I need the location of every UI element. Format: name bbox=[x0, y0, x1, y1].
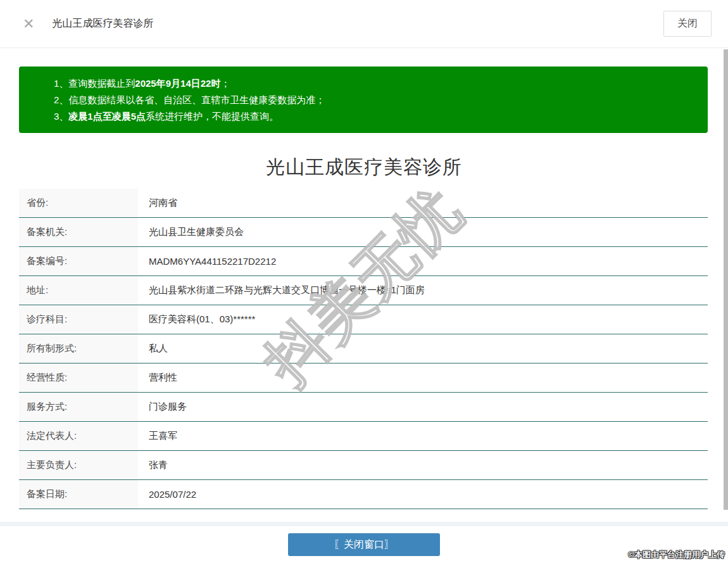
notice-text-strong: 2025年9月14日22时 bbox=[135, 78, 220, 89]
row-value: 医疗美容科(01、03)****** bbox=[138, 313, 255, 326]
row-label: 主要负责人: bbox=[19, 451, 138, 479]
notice-text: ； bbox=[220, 78, 230, 89]
table-row-legal-representative: 法定代表人: 王喜军 bbox=[19, 422, 708, 451]
table-row-business-nature: 经营性质: 营利性 bbox=[19, 364, 708, 393]
window-header: ✕ 光山王成医疗美容诊所 关闭 bbox=[0, 0, 728, 48]
notice-text: 3、 bbox=[54, 111, 68, 122]
footer: 〖关闭窗口〗 bbox=[0, 533, 728, 556]
notice-line: 1、查询数据截止到2025年9月14日22时； bbox=[54, 75, 695, 92]
row-value: 光山县紫水街道二环路与光辉大道交叉口博园一号楼一楼s1门面房 bbox=[138, 284, 425, 296]
row-label: 备案日期: bbox=[19, 480, 138, 509]
row-label: 地址: bbox=[19, 276, 138, 305]
row-label: 所有制形式: bbox=[19, 334, 138, 363]
info-table: 省份: 河南省 备案机关: 光山县卫生健康委员会 备案编号: MADM6YYA4… bbox=[19, 189, 708, 509]
row-label: 法定代表人: bbox=[19, 422, 138, 450]
row-value: 2025/07/22 bbox=[138, 489, 196, 500]
window-title: 光山王成医疗美容诊所 bbox=[52, 17, 153, 30]
notice-box: 1、查询数据截止到2025年9月14日22时； 2、信息数据结果以各省、自治区、… bbox=[19, 66, 708, 133]
row-label: 备案编号: bbox=[19, 247, 138, 275]
table-row-authority: 备案机关: 光山县卫生健康委员会 bbox=[19, 218, 708, 247]
row-value: 光山县卫生健康委员会 bbox=[138, 226, 244, 238]
notice-text-strong: 凌晨1点至凌晨5点 bbox=[68, 111, 146, 122]
row-label: 省份: bbox=[19, 189, 138, 217]
notice-line: 3、凌晨1点至凌晨5点系统进行维护，不能提供查询。 bbox=[54, 108, 695, 125]
table-row-ownership: 所有制形式: 私人 bbox=[19, 334, 708, 364]
notice-text: 1、查询数据截止到 bbox=[54, 78, 135, 89]
row-label: 服务方式: bbox=[19, 393, 138, 421]
notice-text: 系统进行维护，不能提供查询。 bbox=[146, 111, 279, 122]
table-row-province: 省份: 河南省 bbox=[19, 189, 708, 218]
table-row-address: 地址: 光山县紫水街道二环路与光辉大道交叉口博园一号楼一楼s1门面房 bbox=[19, 276, 708, 305]
table-row-person-in-charge: 主要负责人: 张青 bbox=[19, 451, 708, 480]
row-value: MADM6YYA441152217D2212 bbox=[138, 256, 276, 267]
notice-text: 2、信息数据结果以各省、自治区、直辖市卫生健康委数据为准； bbox=[54, 94, 325, 105]
row-value: 私人 bbox=[138, 343, 168, 355]
row-label: 诊疗科目: bbox=[19, 305, 138, 334]
upload-credit-watermark: ©本图由平台注册用户上传 bbox=[628, 549, 725, 560]
scrollbar-thumb[interactable] bbox=[724, 49, 728, 510]
row-label: 经营性质: bbox=[19, 364, 138, 392]
row-value: 王喜军 bbox=[138, 430, 177, 442]
row-value: 河南省 bbox=[138, 197, 177, 209]
table-row-record-number: 备案编号: MADM6YYA441152217D2212 bbox=[19, 247, 708, 276]
table-row-service-mode: 服务方式: 门诊服务 bbox=[19, 393, 708, 422]
row-value: 门诊服务 bbox=[138, 401, 187, 413]
close-icon[interactable]: ✕ bbox=[23, 17, 34, 31]
notice-line: 2、信息数据结果以各省、自治区、直辖市卫生健康委数据为准； bbox=[54, 92, 695, 108]
close-window-button[interactable]: 〖关闭窗口〗 bbox=[288, 533, 440, 556]
close-button[interactable]: 关闭 bbox=[663, 11, 712, 37]
footer-divider bbox=[0, 522, 728, 526]
row-value: 张青 bbox=[138, 459, 168, 471]
table-row-record-date: 备案日期: 2025/07/22 bbox=[19, 480, 708, 509]
row-label: 备案机关: bbox=[19, 218, 138, 246]
page-title: 光山王成医疗美容诊所 bbox=[0, 155, 728, 180]
row-value: 营利性 bbox=[138, 372, 177, 384]
table-row-departments: 诊疗科目: 医疗美容科(01、03)****** bbox=[19, 305, 708, 334]
